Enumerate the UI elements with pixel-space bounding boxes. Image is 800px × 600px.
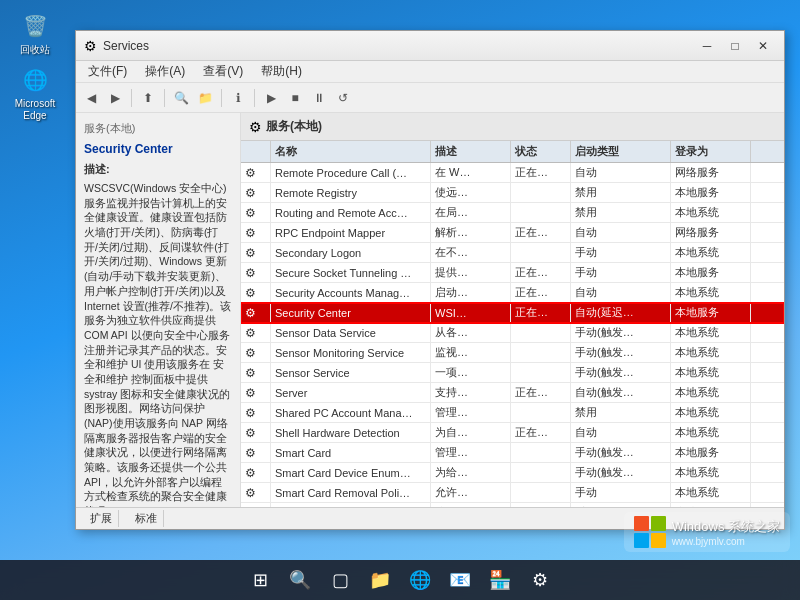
status-expand[interactable]: 扩展 (84, 510, 119, 527)
taskbar-store[interactable]: 🏪 (482, 562, 518, 598)
row-name: RPC Endpoint Mapper (271, 223, 431, 242)
edge-image: 🌐 (19, 64, 51, 96)
table-row[interactable]: ⚙ Security Accounts Manag… 启动… 正在… 自动 本地… (241, 283, 784, 303)
toolbar-info[interactable]: ℹ (227, 87, 249, 109)
service-description: WSCSVC(Windows 安全中心)服务监视并报告计算机上的安全健康设置。健… (84, 181, 232, 507)
taskbar-edge[interactable]: 🌐 (402, 562, 438, 598)
row-startup: 手动 (571, 243, 671, 262)
selected-service-name: Security Center (84, 142, 232, 156)
row-startup: 手动(触发… (571, 323, 671, 342)
table-row[interactable]: ⚙ Remote Registry 使远… 禁用 本地服务 (241, 183, 784, 203)
row-name: Shell Hardware Detection (271, 423, 431, 442)
toolbar-sep4 (254, 89, 255, 107)
col-status[interactable]: 状态 (511, 141, 571, 162)
col-desc[interactable]: 描述 (431, 141, 511, 162)
status-standard[interactable]: 标准 (129, 510, 164, 527)
table-row[interactable]: ⚙ Remote Procedure Call (… 在 W… 正在… 自动 网… (241, 163, 784, 183)
row-login: 本地系统 (671, 483, 751, 502)
watermark-brand: Windows 系统之家 (672, 518, 780, 536)
table-row[interactable]: ⚙ Sensor Monitoring Service 监视… 手动(触发… 本… (241, 343, 784, 363)
table-row[interactable]: ⚙ Secondary Logon 在不… 手动 本地系统 (241, 243, 784, 263)
menu-help[interactable]: 帮助(H) (253, 61, 310, 82)
table-row[interactable]: ⚙ Sensor Data Service 从各… 手动(触发… 本地系统 (241, 323, 784, 343)
table-row[interactable]: ⚙ Secure Socket Tunneling … 提供… 正在… 手动 本… (241, 263, 784, 283)
col-name[interactable]: 名称 (271, 141, 431, 162)
row-icon: ⚙ (241, 263, 271, 282)
services-window: ⚙ Services ─ □ ✕ 文件(F) 操作(A) 查看(V) 帮助(H)… (75, 30, 785, 530)
row-startup: 自动 (571, 163, 671, 182)
row-icon: ⚙ (241, 323, 271, 342)
row-login: 本地系统 (671, 363, 751, 382)
taskbar-explorer[interactable]: 📁 (362, 562, 398, 598)
menu-action[interactable]: 操作(A) (137, 61, 193, 82)
row-status (511, 343, 571, 362)
row-status: 正在… (511, 383, 571, 402)
row-icon: ⚙ (241, 283, 271, 302)
row-name: Shared PC Account Mana… (271, 403, 431, 422)
row-login: 本地系统 (671, 203, 751, 222)
table-row[interactable]: ⚙ Shell Hardware Detection 为自… 正在… 自动 本地… (241, 423, 784, 443)
toolbar-forward[interactable]: ▶ (104, 87, 126, 109)
row-desc: 一项… (431, 363, 511, 382)
desktop: 🗑️ 回收站 🌐 Microsoft Edge ⚙ Services ─ □ ✕… (0, 0, 800, 600)
services-table[interactable]: 名称 描述 状态 启动类型 登录为 ⚙ Remote Procedure Cal… (241, 141, 784, 507)
left-panel-title: 服务(本地) (84, 121, 232, 136)
row-icon: ⚙ (241, 203, 271, 222)
close-button[interactable]: ✕ (750, 36, 776, 56)
row-status (511, 363, 571, 382)
row-icon: ⚙ (241, 183, 271, 202)
row-login: 网络服务 (671, 223, 751, 242)
toolbar-up[interactable]: ⬆ (137, 87, 159, 109)
row-name: Secondary Logon (271, 243, 431, 262)
col-startup[interactable]: 启动类型 (571, 141, 671, 162)
table-row[interactable]: ⚙ Routing and Remote Acc… 在局… 禁用 本地系统 (241, 203, 784, 223)
toolbar-restart[interactable]: ↺ (332, 87, 354, 109)
taskbar-taskview[interactable]: ▢ (322, 562, 358, 598)
row-login: 本地系统 (671, 463, 751, 482)
edge-label: Microsoft Edge (10, 98, 60, 122)
col-icon[interactable] (241, 141, 271, 162)
menu-view[interactable]: 查看(V) (195, 61, 251, 82)
taskbar-mail[interactable]: 📧 (442, 562, 478, 598)
toolbar-sep3 (221, 89, 222, 107)
table-row[interactable]: ⚙ Smart Card Removal Poli… 允许… 手动 本地系统 (241, 483, 784, 503)
toolbar-back[interactable]: ◀ (80, 87, 102, 109)
table-row[interactable]: ⚙ RPC Endpoint Mapper 解析… 正在… 自动 网络服务 (241, 223, 784, 243)
menu-file[interactable]: 文件(F) (80, 61, 135, 82)
toolbar-play[interactable]: ▶ (260, 87, 282, 109)
toolbar-pause[interactable]: ⏸ (308, 87, 330, 109)
table-row[interactable]: ⚙ Smart Card Device Enum… 为给… 手动(触发… 本地系… (241, 463, 784, 483)
taskbar: ⊞ 🔍 ▢ 📁 🌐 📧 🏪 ⚙ (0, 560, 800, 600)
edge-icon[interactable]: 🌐 Microsoft Edge (10, 64, 60, 122)
toolbar-sep1 (131, 89, 132, 107)
table-row[interactable]: ⚙ Security Center WSI… 正在… 自动(延迟… 本地服务 (241, 303, 784, 323)
minimize-button[interactable]: ─ (694, 36, 720, 56)
row-login: 本地系统 (671, 243, 751, 262)
table-row[interactable]: ⚙ Sensor Service 一项… 手动(触发… 本地系统 (241, 363, 784, 383)
taskbar-start[interactable]: ⊞ (242, 562, 278, 598)
row-desc: 启动… (431, 283, 511, 302)
toolbar-sep2 (164, 89, 165, 107)
taskbar-settings[interactable]: ⚙ (522, 562, 558, 598)
table-row[interactable]: ⚙ Shared PC Account Mana… 管理… 禁用 本地系统 (241, 403, 784, 423)
row-desc: 为自… (431, 423, 511, 442)
row-desc: 从各… (431, 323, 511, 342)
taskbar-search[interactable]: 🔍 (282, 562, 318, 598)
row-name: Secure Socket Tunneling … (271, 263, 431, 282)
row-login: 本地系统 (671, 343, 751, 362)
row-status (511, 243, 571, 262)
recycle-bin-icon[interactable]: 🗑️ 回收站 (10, 10, 60, 56)
toolbar: ◀ ▶ ⬆ 🔍 📁 ℹ ▶ ■ ⏸ ↺ (76, 83, 784, 113)
maximize-button[interactable]: □ (722, 36, 748, 56)
recycle-bin-label: 回收站 (20, 44, 50, 56)
row-startup: 禁用 (571, 183, 671, 202)
col-login[interactable]: 登录为 (671, 141, 751, 162)
toolbar-search[interactable]: 🔍 (170, 87, 192, 109)
row-desc: 为给… (431, 463, 511, 482)
row-desc: 使远… (431, 183, 511, 202)
toolbar-stop[interactable]: ■ (284, 87, 306, 109)
table-row[interactable]: ⚙ Smart Card 管理… 手动(触发… 本地服务 (241, 443, 784, 463)
table-row[interactable]: ⚙ Server 支持… 正在… 自动(触发… 本地系统 (241, 383, 784, 403)
title-bar-buttons: ─ □ ✕ (694, 36, 776, 56)
toolbar-folder[interactable]: 📁 (194, 87, 216, 109)
